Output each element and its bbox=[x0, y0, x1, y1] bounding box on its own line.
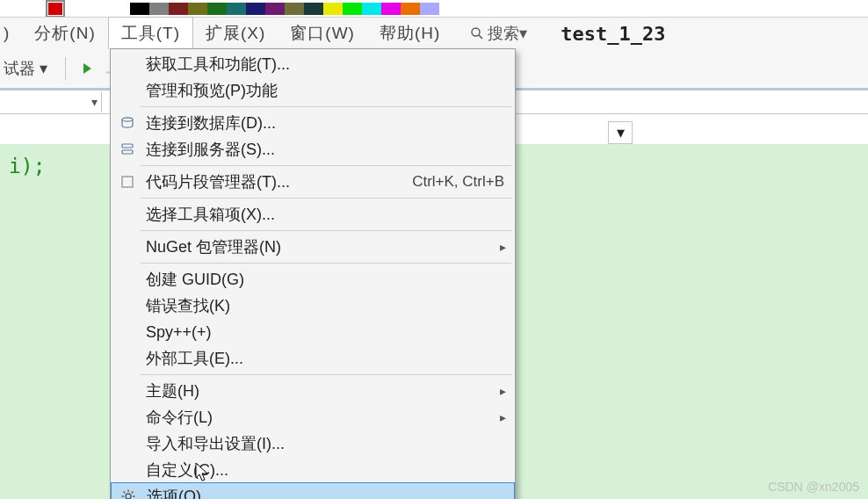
menu-item-shortcut: Ctrl+K, Ctrl+B bbox=[412, 173, 504, 191]
color-swatch[interactable] bbox=[188, 3, 207, 15]
menu-extensions[interactable]: 扩展(X) bbox=[193, 18, 278, 49]
menu-item-label: 自定义(C)... bbox=[139, 459, 504, 481]
menu-item-label: 错误查找(K) bbox=[139, 295, 504, 316]
menubar: ) 分析(N) 工具(T) 扩展(X) 窗口(W) 帮助(H) 搜索▾ test… bbox=[0, 17, 868, 49]
svg-rect-5 bbox=[122, 177, 133, 187]
svg-rect-3 bbox=[122, 144, 133, 148]
menu-item[interactable]: 获取工具和功能(T)... bbox=[111, 51, 515, 77]
menu-item-label: 获取工具和功能(T)... bbox=[139, 54, 504, 75]
color-swatch[interactable] bbox=[343, 3, 362, 15]
menu-item[interactable]: 导入和导出设置(I)... bbox=[111, 430, 515, 457]
menu-window[interactable]: 窗口(W) bbox=[278, 18, 367, 49]
csdn-watermark: CSDN @xn2005 bbox=[768, 480, 859, 494]
svg-rect-4 bbox=[122, 150, 133, 154]
play-icon[interactable] bbox=[83, 63, 91, 74]
search-icon bbox=[470, 26, 484, 40]
menu-item-label: Spy++(+) bbox=[139, 323, 504, 342]
search-box[interactable]: 搜索▾ bbox=[470, 23, 527, 44]
menu-item[interactable]: 连接到数据库(D)... bbox=[111, 110, 515, 136]
menu-item-label: 连接到服务器(S)... bbox=[139, 139, 504, 160]
svg-line-11 bbox=[124, 492, 126, 494]
menu-item-label: 选择工具箱项(X)... bbox=[139, 204, 504, 225]
svg-line-1 bbox=[479, 35, 482, 39]
menubar-partial: ) bbox=[0, 19, 22, 47]
svg-point-6 bbox=[126, 494, 131, 499]
menu-item[interactable]: 主题(H)▸ bbox=[111, 378, 515, 404]
color-swatch[interactable] bbox=[420, 3, 439, 15]
toolbar-separator bbox=[65, 57, 66, 80]
color-swatch[interactable] bbox=[149, 3, 169, 15]
server-icon bbox=[116, 142, 139, 156]
menu-item[interactable]: 创建 GUID(G) bbox=[111, 266, 515, 293]
menu-item[interactable]: NuGet 包管理器(N)▸ bbox=[111, 234, 515, 260]
color-swatch[interactable] bbox=[227, 3, 246, 15]
color-swatch[interactable] bbox=[246, 3, 265, 15]
menu-item[interactable]: 管理和预览(P)功能 bbox=[111, 77, 515, 104]
menu-item[interactable]: 命令行(L)▸ bbox=[111, 404, 515, 430]
tools-menu-dropdown: 获取工具和功能(T)...管理和预览(P)功能连接到数据库(D)...连接到服务… bbox=[110, 48, 516, 499]
color-swatch[interactable] bbox=[381, 3, 401, 15]
menu-item[interactable]: Spy++(+) bbox=[111, 319, 515, 345]
menu-item-label: 选项(O)... bbox=[140, 486, 503, 499]
color-swatch[interactable] bbox=[401, 3, 420, 15]
db-icon bbox=[116, 116, 139, 130]
color-swatch[interactable] bbox=[265, 3, 285, 15]
menu-item[interactable]: 选项(O)... bbox=[111, 482, 515, 499]
gear-icon bbox=[117, 489, 140, 499]
submenu-arrow-icon: ▸ bbox=[500, 410, 506, 424]
menu-item-label: 创建 GUID(G) bbox=[139, 269, 504, 290]
menu-item-label: 命令行(L) bbox=[139, 407, 504, 428]
color-swatch[interactable] bbox=[323, 3, 343, 15]
color-swatch[interactable] bbox=[130, 3, 149, 15]
menu-item[interactable]: 代码片段管理器(T)...Ctrl+K, Ctrl+B bbox=[111, 169, 515, 195]
menu-item-label: 外部工具(E)... bbox=[139, 348, 504, 369]
submenu-arrow-icon: ▸ bbox=[500, 240, 506, 254]
color-swatch[interactable] bbox=[285, 3, 304, 15]
toolbar-left-text[interactable]: 试器 ▾ bbox=[4, 58, 47, 79]
svg-line-14 bbox=[132, 492, 134, 494]
snippet-icon bbox=[116, 175, 139, 189]
project-name: test_1_23 bbox=[561, 23, 665, 45]
submenu-arrow-icon: ▸ bbox=[500, 384, 506, 398]
menu-item[interactable]: 连接到服务器(S)... bbox=[111, 136, 515, 163]
nav-combo-right[interactable]: ▾ bbox=[608, 121, 633, 144]
chevron-down-icon: ▾ bbox=[617, 123, 625, 142]
color-swatch-strip bbox=[0, 0, 868, 17]
selected-color-swatch[interactable] bbox=[46, 0, 65, 18]
menu-tools[interactable]: 工具(T) bbox=[108, 17, 193, 50]
chevron-down-icon: ▾ bbox=[91, 95, 98, 109]
nav-combo-1[interactable]: ▾ bbox=[0, 91, 102, 112]
menu-item-label: 连接到数据库(D)... bbox=[139, 112, 504, 134]
color-swatch[interactable] bbox=[362, 3, 381, 15]
menu-item-label: 代码片段管理器(T)... bbox=[139, 171, 412, 192]
menu-item-label: NuGet 包管理器(N) bbox=[139, 236, 504, 257]
menu-item[interactable]: 错误查找(K) bbox=[111, 293, 515, 319]
svg-point-2 bbox=[122, 118, 133, 121]
color-swatch[interactable] bbox=[207, 3, 227, 15]
menu-item[interactable]: 外部工具(E)... bbox=[111, 345, 515, 372]
code-fragment: i); bbox=[9, 155, 46, 177]
menu-item-label: 主题(H) bbox=[139, 380, 504, 401]
menu-item-label: 管理和预览(P)功能 bbox=[139, 80, 504, 101]
menu-analyze[interactable]: 分析(N) bbox=[22, 18, 107, 49]
svg-point-0 bbox=[472, 28, 480, 36]
search-label: 搜索▾ bbox=[488, 23, 527, 44]
menu-help[interactable]: 帮助(H) bbox=[367, 18, 452, 49]
menu-item-label: 导入和导出设置(I)... bbox=[139, 433, 504, 454]
color-swatch[interactable] bbox=[304, 3, 323, 15]
color-swatch[interactable] bbox=[169, 3, 188, 15]
menu-item[interactable]: 选择工具箱项(X)... bbox=[111, 201, 515, 228]
menu-item[interactable]: 自定义(C)... bbox=[111, 457, 515, 483]
